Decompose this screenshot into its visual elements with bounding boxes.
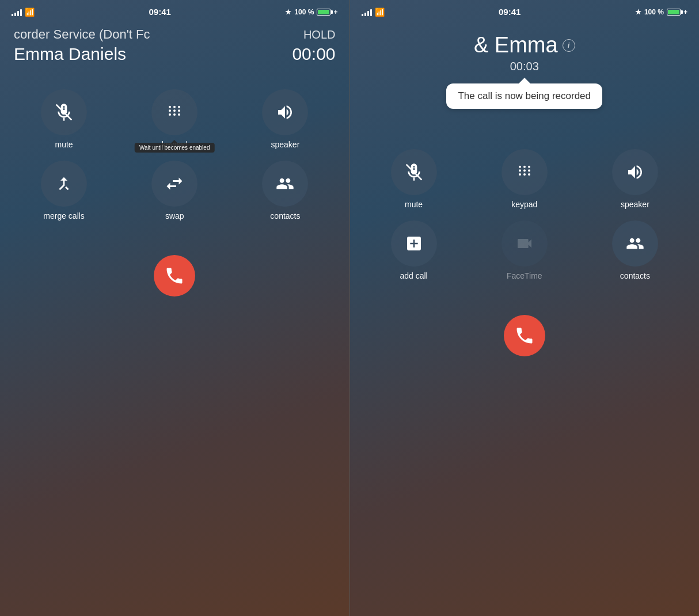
left-contacts-label: contacts (270, 211, 300, 220)
left-speaker-label: speaker (271, 140, 300, 149)
right-keypad-icon (515, 163, 534, 181)
left-keypad-icon (165, 103, 184, 121)
left-mute-button[interactable] (41, 89, 87, 135)
svg-point-2 (173, 106, 176, 108)
left-keypad-wrapper: Wait until becomes enabled keypad (128, 89, 221, 149)
left-status-right: ★ 100 % + (285, 8, 337, 16)
left-mute-icon (55, 103, 73, 121)
left-wifi-icon: 📶 (25, 7, 35, 17)
svg-point-17 (519, 173, 521, 176)
left-status-bar: 📶 09:41 ★ 100 % + (0, 0, 350, 21)
right-mute-label: mute (405, 200, 423, 209)
right-recording-notification: The call is now being recorded (446, 83, 602, 109)
left-signal-bars (12, 8, 22, 16)
right-time: 09:41 (499, 7, 521, 17)
svg-point-11 (519, 166, 521, 168)
right-facetime-wrapper: FaceTime (478, 220, 571, 280)
right-speaker-wrapper: speaker (588, 149, 682, 209)
left-mute-wrapper: mute (17, 89, 111, 149)
right-add-call-icon (405, 234, 423, 253)
left-speaker-icon (276, 103, 294, 121)
right-facetime-icon (515, 234, 534, 253)
right-caller-name: & Emma i (364, 33, 686, 58)
right-battery-percent: 100 % (644, 8, 664, 16)
right-add-call-button[interactable] (391, 220, 437, 267)
right-keypad-button[interactable] (502, 149, 548, 195)
right-charging-icon: + (683, 8, 687, 16)
right-tooltip-container: The call is now being recorded (364, 83, 686, 109)
right-wifi-icon: 📶 (375, 7, 385, 17)
left-contacts-wrapper: contacts (238, 161, 332, 220)
left-end-call-button[interactable] (154, 255, 195, 296)
left-speaker-button[interactable] (262, 89, 308, 135)
left-status-left: 📶 (12, 7, 35, 17)
svg-point-13 (528, 166, 530, 168)
left-contacts-button[interactable] (262, 161, 308, 207)
left-battery-icon (317, 9, 330, 16)
left-call-info: corder Service (Don't Fc HOLD Emma Danie… (0, 21, 350, 64)
right-end-call-button[interactable] (504, 315, 545, 356)
right-call-duration: 00:03 (364, 60, 686, 73)
right-speaker-label: speaker (621, 200, 649, 209)
left-mute-label: mute (55, 140, 73, 149)
right-status-left: 📶 (362, 7, 385, 17)
right-call-info: & Emma i 00:03 The call is now being rec… (350, 21, 700, 109)
left-time: 09:41 (149, 7, 171, 17)
right-bluetooth-icon: ★ (635, 8, 641, 16)
left-swap-wrapper: swap (128, 161, 221, 220)
left-call-buttons: mute Wait until becomes enabled keypad (0, 66, 350, 220)
left-end-call-icon (164, 265, 185, 286)
left-caller-name: Emma Daniels (14, 44, 126, 64)
right-facetime-button[interactable] (502, 220, 548, 267)
svg-point-14 (519, 169, 521, 172)
left-speaker-wrapper: speaker (238, 89, 332, 149)
right-contacts-icon (626, 234, 644, 253)
left-hold-badge: HOLD (303, 28, 336, 41)
left-merge-icon (55, 174, 73, 193)
right-phone-screen: 📶 09:41 ★ 100 % + & Emma i 00:03 The cal… (350, 0, 700, 616)
left-end-call-area (0, 255, 350, 296)
svg-point-4 (169, 109, 171, 112)
right-contacts-button[interactable] (612, 220, 658, 267)
right-keypad-label: keypad (511, 200, 537, 209)
right-status-right: ★ 100 % + (635, 8, 687, 16)
right-add-call-label: add call (400, 271, 427, 280)
left-call-duration: 00:00 (292, 44, 335, 64)
right-mute-wrapper: mute (367, 149, 461, 209)
right-speaker-icon (626, 163, 644, 181)
svg-point-16 (528, 169, 530, 172)
svg-point-15 (523, 169, 526, 172)
svg-point-5 (173, 109, 176, 112)
left-merge-label: merge calls (43, 211, 85, 220)
left-bluetooth-icon: ★ (285, 8, 291, 16)
right-add-call-wrapper: add call (367, 220, 461, 280)
left-charging-icon: + (333, 8, 337, 16)
right-mute-button[interactable] (391, 149, 437, 195)
svg-point-7 (169, 113, 171, 116)
right-signal-bars (362, 8, 372, 16)
svg-point-3 (178, 106, 180, 108)
left-swap-button[interactable] (151, 161, 197, 207)
left-call-name-row: Emma Daniels 00:00 (14, 44, 336, 64)
svg-point-1 (169, 106, 171, 108)
left-service-name: corder Service (Don't Fc (14, 27, 150, 42)
left-call-top-row: corder Service (Don't Fc HOLD (14, 27, 336, 42)
right-speaker-button[interactable] (612, 149, 658, 195)
left-wait-tooltip: Wait until becomes enabled (135, 143, 214, 153)
left-contacts-icon (276, 174, 294, 193)
svg-point-6 (178, 109, 180, 112)
left-keypad-button[interactable]: Wait until becomes enabled (151, 89, 197, 135)
right-mute-icon (405, 163, 423, 181)
svg-point-12 (523, 166, 526, 168)
right-end-call-area (350, 315, 700, 356)
svg-point-8 (173, 113, 176, 116)
svg-point-9 (178, 113, 180, 116)
left-battery-percent: 100 % (294, 8, 314, 16)
left-merge-wrapper: merge calls (17, 161, 111, 220)
right-battery-icon (667, 9, 681, 16)
svg-point-19 (528, 173, 530, 176)
left-merge-button[interactable] (41, 161, 87, 207)
right-end-call-icon (514, 325, 535, 346)
left-swap-label: swap (165, 211, 184, 220)
right-info-circle[interactable]: i (563, 39, 575, 52)
